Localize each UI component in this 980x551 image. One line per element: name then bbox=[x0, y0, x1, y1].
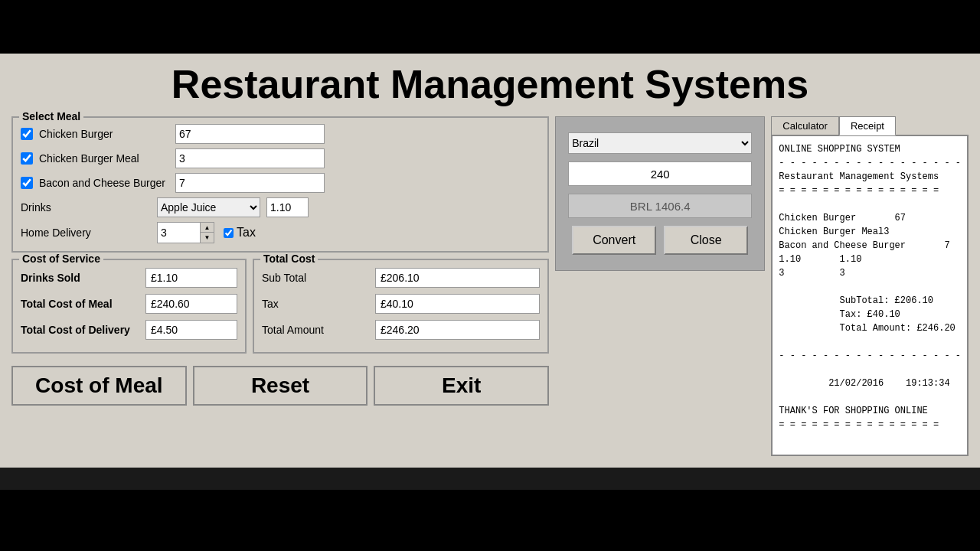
drinks-label: Drinks bbox=[21, 201, 151, 214]
tax-checkbox[interactable] bbox=[224, 228, 234, 238]
total-cost-box: Total Cost Sub Total Tax Total Amount bbox=[253, 259, 549, 354]
bacon-cheese-row: Bacon and Cheese Burger bbox=[21, 173, 540, 193]
convert-button[interactable]: Convert bbox=[572, 226, 656, 255]
select-meal-legend: Select Meal bbox=[19, 110, 83, 122]
sub-total-value[interactable] bbox=[375, 268, 540, 288]
content-area: Select Meal Chicken Burger Chicken Burge… bbox=[11, 116, 969, 456]
total-cost-delivery-row: Total Cost of Delivery bbox=[21, 320, 237, 340]
chicken-burger-input[interactable] bbox=[175, 124, 325, 144]
total-amount-label: Total Amount bbox=[262, 324, 369, 336]
delivery-down-btn[interactable]: ▼ bbox=[201, 233, 214, 243]
drinks-sold-label: Drinks Sold bbox=[21, 272, 139, 284]
delivery-label: Home Delivery bbox=[21, 227, 151, 239]
reset-button[interactable]: Reset bbox=[193, 366, 368, 406]
chicken-burger-label: Chicken Burger bbox=[39, 128, 169, 140]
tab-bar: Calculator Receipt bbox=[771, 116, 969, 135]
bottom-buttons: Cost of Meal Reset Exit bbox=[11, 366, 549, 406]
chicken-burger-meal-label: Chicken Burger Meal bbox=[39, 152, 169, 165]
total-cost-meal-label: Total Cost of Meal bbox=[21, 298, 139, 310]
bottom-bar bbox=[0, 490, 980, 551]
calculator-tab[interactable]: Calculator bbox=[771, 116, 839, 135]
receipt-tab[interactable]: Receipt bbox=[839, 116, 896, 135]
drinks-price-input[interactable] bbox=[266, 197, 309, 217]
tax-total-label: Tax bbox=[262, 298, 369, 310]
cost-service-box: Cost of Service Drinks Sold Total Cost o… bbox=[11, 259, 247, 354]
total-cost-meal-value[interactable] bbox=[145, 294, 237, 314]
total-cost-legend: Total Cost bbox=[260, 253, 318, 265]
delivery-spinner: ▲ ▼ bbox=[157, 222, 214, 243]
sub-total-row: Sub Total bbox=[262, 268, 540, 288]
delivery-row: Home Delivery ▲ ▼ Tax bbox=[21, 222, 540, 243]
chicken-burger-meal-row: Chicken Burger Meal bbox=[21, 148, 540, 168]
drinks-sold-row: Drinks Sold bbox=[21, 268, 237, 288]
close-button[interactable]: Close bbox=[664, 226, 748, 255]
converter-buttons: Convert Close bbox=[572, 226, 748, 255]
chicken-burger-meal-input[interactable] bbox=[175, 148, 325, 168]
total-amount-row: Total Amount bbox=[262, 320, 540, 340]
select-meal-box: Select Meal Chicken Burger Chicken Burge… bbox=[11, 116, 549, 253]
drinks-row: Drinks Apple Juice Orange Juice Water Co… bbox=[21, 197, 540, 217]
drinks-select[interactable]: Apple Juice Orange Juice Water Cola Coff… bbox=[157, 197, 260, 217]
chicken-burger-meal-checkbox[interactable] bbox=[21, 152, 33, 165]
tax-row: Tax bbox=[224, 226, 256, 240]
receipt-area[interactable]: ONLINE SHOPPING SYSTEM - - - - - - - - -… bbox=[771, 135, 969, 456]
left-panel: Select Meal Chicken Burger Chicken Burge… bbox=[11, 116, 549, 406]
amount-input[interactable] bbox=[568, 161, 752, 186]
top-bar bbox=[0, 0, 980, 54]
delivery-spinner-btns: ▲ ▼ bbox=[200, 223, 214, 243]
app-title: Restaurant Management Systems bbox=[11, 61, 969, 107]
sub-total-label: Sub Total bbox=[262, 272, 369, 284]
cost-service-legend: Cost of Service bbox=[19, 253, 103, 265]
total-cost-delivery-value[interactable] bbox=[145, 320, 237, 340]
exit-button[interactable]: Exit bbox=[374, 366, 549, 406]
cost-of-meal-button[interactable]: Cost of Meal bbox=[11, 366, 187, 406]
middle-panel: Brazil USA France Germany Japan BRL 1406… bbox=[555, 116, 765, 271]
bacon-cheese-label: Bacon and Cheese Burger bbox=[39, 177, 169, 189]
tax-total-value[interactable] bbox=[375, 294, 540, 314]
chicken-burger-row: Chicken Burger bbox=[21, 124, 540, 144]
main-container: Restaurant Management Systems Select Mea… bbox=[0, 54, 980, 468]
chicken-burger-checkbox[interactable] bbox=[21, 128, 33, 140]
converted-display: BRL 1406.4 bbox=[568, 194, 752, 218]
drinks-sold-value[interactable] bbox=[145, 268, 237, 288]
total-cost-delivery-label: Total Cost of Delivery bbox=[21, 324, 139, 336]
tax-label: Tax bbox=[237, 226, 256, 240]
currency-select[interactable]: Brazil USA France Germany Japan bbox=[568, 132, 752, 154]
bacon-cheese-input[interactable] bbox=[175, 173, 325, 193]
delivery-input[interactable] bbox=[158, 223, 200, 243]
delivery-up-btn[interactable]: ▲ bbox=[201, 223, 214, 233]
bacon-cheese-checkbox[interactable] bbox=[21, 177, 33, 189]
total-cost-meal-row: Total Cost of Meal bbox=[21, 294, 237, 314]
right-panel: Calculator Receipt ONLINE SHOPPING SYSTE… bbox=[771, 116, 969, 456]
bottom-panels: Cost of Service Drinks Sold Total Cost o… bbox=[11, 259, 549, 354]
tax-total-row: Tax bbox=[262, 294, 540, 314]
total-amount-value[interactable] bbox=[375, 320, 540, 340]
